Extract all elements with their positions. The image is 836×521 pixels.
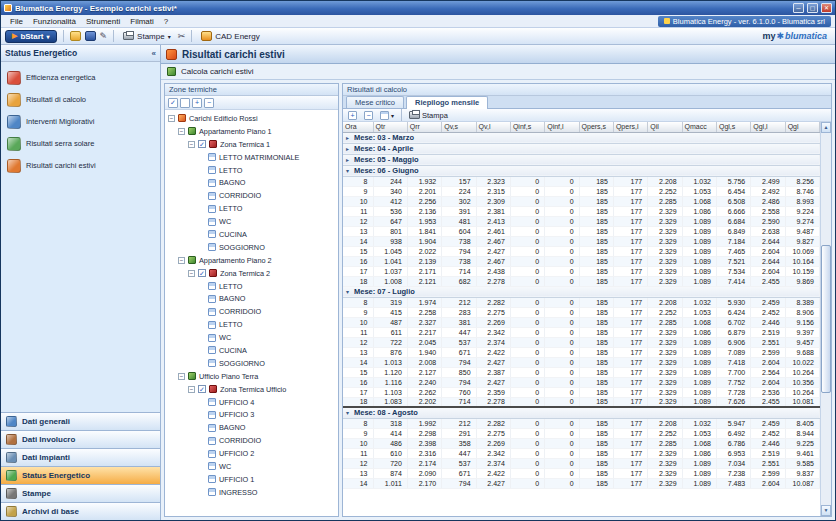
scrollbar-track[interactable]: [821, 133, 831, 505]
tree-collapse-icon[interactable]: −: [178, 257, 185, 264]
view-dropdown[interactable]: ▾: [378, 111, 396, 120]
table-row[interactable]: 171.0372.1717142.438001851772.3291.0897.…: [343, 266, 820, 276]
table-row[interactable]: 93402.2012242.315001851772.2521.0536.454…: [343, 186, 820, 196]
column-header-qrr[interactable]: Qrr: [407, 122, 441, 132]
scroll-down-button[interactable]: ▼: [821, 505, 831, 516]
nav-item-dati-impianti[interactable]: Dati Impianti: [1, 448, 160, 466]
tree-item-ufficio-1[interactable]: UFFICIO 1: [165, 473, 338, 486]
group-expand-icon[interactable]: ▸: [346, 134, 354, 141]
tree-item-letto[interactable]: LETTO: [165, 202, 338, 215]
tree-item-ufficio-piano-terra[interactable]: −Ufficio Piano Terra: [165, 370, 338, 383]
tree-item-corridoio[interactable]: CORRIDOIO: [165, 305, 338, 318]
group-expand-icon[interactable]: ▸: [346, 145, 354, 152]
expand-all-button[interactable]: +: [192, 98, 202, 108]
save-icon[interactable]: [85, 31, 96, 41]
tree-item-bagno[interactable]: BAGNO: [165, 292, 338, 305]
tree-item-letto[interactable]: LETTO: [165, 280, 338, 293]
menu-item-funzionalit[interactable]: Funzionalità: [28, 17, 81, 26]
table-row[interactable]: 126471.9534812.413001851772.3291.0896.68…: [343, 216, 820, 226]
table-row[interactable]: 94142.2982912.275001851772.2521.0536.492…: [343, 428, 820, 438]
tree-item-ufficio-2[interactable]: UFFICIO 2: [165, 447, 338, 460]
month-group-mese-06-giugno[interactable]: ▾Mese: 06 - Giugno: [343, 165, 820, 176]
vertical-scrollbar[interactable]: ▲ ▼: [820, 122, 831, 516]
column-header-ora[interactable]: Ora: [343, 122, 373, 132]
table-row[interactable]: 141.0112.1707942.427001851772.3291.0897.…: [343, 478, 820, 488]
column-header-qgl[interactable]: Qgl: [785, 122, 819, 132]
open-file-icon[interactable]: [70, 31, 81, 41]
sidebar-item-risultati-carichi-estivi[interactable]: Risultati carichi estivi: [3, 155, 158, 176]
tree-item-ufficio-4[interactable]: UFFICIO 4: [165, 396, 338, 409]
table-row[interactable]: 127202.1745372.374001851772.3291.0897.03…: [343, 458, 820, 468]
tree-item-letto[interactable]: LETTO: [165, 318, 338, 331]
checkbox-checked-icon[interactable]: ✓: [198, 269, 206, 277]
collapse-groups-button[interactable]: −: [362, 111, 375, 120]
tree-item-carichi-edificio-rossi[interactable]: −Carichi Edificio Rossi: [165, 112, 338, 125]
tree-item-appartamento-piano-2[interactable]: −Appartamento Piano 2: [165, 254, 338, 267]
tree-item-letto[interactable]: LETTO: [165, 164, 338, 177]
cad-energy-button[interactable]: CAD Energy: [198, 30, 262, 42]
tree-item-corridoio[interactable]: CORRIDOIO: [165, 189, 338, 202]
tree-item-letto-matrimoniale[interactable]: LETTO MATRIMONIALE: [165, 151, 338, 164]
month-group-mese-03-marzo[interactable]: ▸Mese: 03 - Marzo: [343, 132, 820, 143]
sidebar-item-interventi-migliorativi[interactable]: Interventi Migliorativi: [3, 111, 158, 132]
checkbox-checked-icon[interactable]: ✓: [198, 140, 206, 148]
tree-item-bagno[interactable]: BAGNO: [165, 421, 338, 434]
table-row[interactable]: 149381.9047382.467001851772.3291.0897.18…: [343, 236, 820, 246]
column-header-qpers-l[interactable]: Qpers,l: [613, 122, 647, 132]
column-header-qmacc[interactable]: Qmacc: [682, 122, 716, 132]
group-expand-icon[interactable]: ▾: [346, 288, 354, 295]
scrollbar-thumb[interactable]: [821, 245, 831, 394]
tree-item-ingresso[interactable]: INGRESSO: [165, 486, 338, 499]
tree-item-appartamento-piano-1[interactable]: −Appartamento Piano 1: [165, 125, 338, 138]
sidebar-item-efficienza-energetica[interactable]: Efficienza energetica: [3, 67, 158, 88]
check-all-button[interactable]: ✓: [168, 98, 178, 108]
table-row[interactable]: 82441.9321572.323001851772.2081.0325.756…: [343, 176, 820, 186]
calc-bar[interactable]: Calcola carichi estivi: [161, 64, 835, 80]
tree-collapse-icon[interactable]: −: [188, 141, 195, 148]
tree-item-corridoio[interactable]: CORRIDOIO: [165, 434, 338, 447]
group-expand-icon[interactable]: ▾: [346, 167, 354, 174]
group-expand-icon[interactable]: ▸: [346, 156, 354, 163]
tree-collapse-icon[interactable]: −: [178, 373, 185, 380]
maximize-button[interactable]: ▢: [807, 3, 818, 13]
group-expand-icon[interactable]: ▾: [346, 409, 354, 416]
tree-collapse-icon[interactable]: −: [168, 115, 175, 122]
month-group-mese-07-luglio[interactable]: ▾Mese: 07 - Luglio: [343, 286, 820, 297]
column-header-qgl-l[interactable]: Qgl,l: [751, 122, 785, 132]
nav-item-status-energetico[interactable]: Status Energetico: [1, 466, 160, 484]
tree-item-soggiorno[interactable]: SOGGIORNO: [165, 241, 338, 254]
uncheck-all-button[interactable]: [180, 98, 190, 108]
table-row[interactable]: 151.1202.1278502.387001851772.3291.0897.…: [343, 367, 820, 377]
nav-item-archivi-di-base[interactable]: Archivi di base: [1, 502, 160, 520]
column-header-qgl-s[interactable]: Qgl,s: [716, 122, 750, 132]
menu-item-filmati[interactable]: Filmati: [125, 17, 159, 26]
menu-item-strumenti[interactable]: Strumenti: [81, 17, 125, 26]
tab-riepilogo-mensile[interactable]: Riepilogo mensile: [406, 96, 488, 109]
tree-collapse-icon[interactable]: −: [178, 128, 185, 135]
tree-item-wc[interactable]: WC: [165, 215, 338, 228]
column-header-qv-s[interactable]: Qv,s: [442, 122, 476, 132]
nav-item-stampe[interactable]: Stampe: [1, 484, 160, 502]
tree-item-ufficio-3[interactable]: UFFICIO 3: [165, 408, 338, 421]
table-row[interactable]: 138761.9406712.422001851772.3291.0897.08…: [343, 347, 820, 357]
tree-item-soggiorno[interactable]: SOGGIORNO: [165, 357, 338, 370]
table-row[interactable]: 104122.2563022.309001851772.2851.0686.50…: [343, 196, 820, 206]
column-header-qinf-s[interactable]: Qinf,s: [510, 122, 544, 132]
tree-item-bagno[interactable]: BAGNO: [165, 176, 338, 189]
table-row[interactable]: 138011.8416042.461001851772.3291.0896.84…: [343, 226, 820, 236]
tree-item-wc[interactable]: WC: [165, 460, 338, 473]
table-row[interactable]: 94152.2582832.275001851772.2521.0536.424…: [343, 307, 820, 317]
tree-item-wc[interactable]: WC: [165, 331, 338, 344]
checkbox-checked-icon[interactable]: ✓: [198, 385, 206, 393]
tab-mese-critico[interactable]: Mese critico: [346, 96, 404, 108]
column-header-qv-l[interactable]: Qv,l: [476, 122, 510, 132]
nav-item-dati-generali[interactable]: Dati generali: [1, 412, 160, 430]
tree-collapse-icon[interactable]: −: [188, 386, 195, 393]
scroll-up-button[interactable]: ▲: [821, 122, 831, 133]
table-row[interactable]: 161.0412.1397382.467001851772.3291.0897.…: [343, 256, 820, 266]
table-row[interactable]: 104872.3273812.269001851772.2851.0686.70…: [343, 317, 820, 327]
stampe-button[interactable]: Stampe ▾: [120, 31, 174, 42]
month-group-mese-04-aprile[interactable]: ▸Mese: 04 - Aprile: [343, 143, 820, 154]
collapse-all-button[interactable]: −: [204, 98, 214, 108]
column-header-qinf-l[interactable]: Qinf,l: [545, 122, 579, 132]
